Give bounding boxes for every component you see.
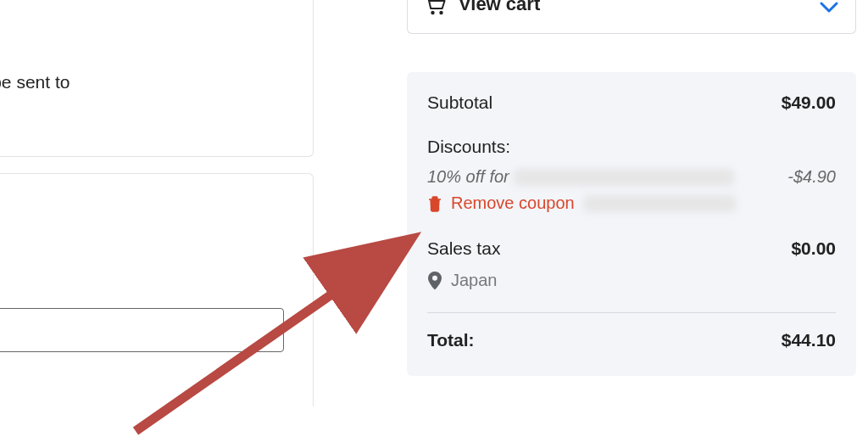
salestax-value: $0.00 [791, 238, 836, 259]
notice-fragment: tions will be sent to [0, 72, 70, 92]
left-card-top: tions will be sent to [0, 0, 314, 157]
chevron-down-icon [820, 2, 838, 14]
svg-point-1 [439, 11, 442, 14]
tax-location[interactable]: Japan [427, 271, 836, 290]
discount-amount: -$4.90 [787, 167, 836, 187]
svg-point-3 [432, 275, 437, 280]
summary-divider [427, 312, 836, 313]
svg-rect-2 [431, 199, 439, 211]
view-cart-toggle[interactable]: View cart [407, 0, 856, 34]
total-value: $44.10 [782, 330, 836, 350]
empty-text-input[interactable] [0, 308, 284, 352]
remove-coupon-label: Remove coupon [451, 193, 575, 213]
subtotal-label: Subtotal [427, 92, 492, 113]
discount-description: 10% off for [427, 167, 514, 186]
left-card-bottom [0, 173, 314, 406]
redacted-coupon-code [583, 195, 736, 212]
redacted-text [514, 169, 734, 186]
discounts-label: Discounts: [427, 137, 836, 157]
subtotal-value: $49.00 [782, 92, 836, 113]
order-summary: Subtotal $49.00 Discounts: 10% off for -… [407, 72, 856, 376]
total-label: Total: [427, 330, 475, 350]
tax-location-label: Japan [451, 271, 498, 290]
remove-coupon-button[interactable]: Remove coupon [427, 193, 836, 213]
svg-point-0 [431, 11, 434, 14]
map-pin-icon [427, 272, 442, 290]
trash-icon [427, 195, 442, 212]
salestax-label: Sales tax [427, 238, 500, 259]
view-cart-label: View cart [459, 0, 540, 15]
cart-icon [425, 0, 447, 15]
